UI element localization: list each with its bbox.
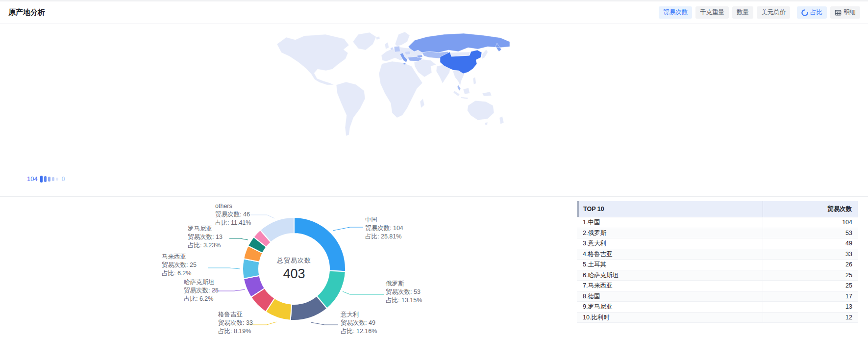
table-cell-value: 25	[763, 270, 858, 281]
map-region-georgia[interactable]	[417, 55, 422, 58]
donut-label-malaysia: 马来西亚贸易次数: 25占比: 6.2%	[162, 253, 197, 278]
table-header-trade-count: 贸易次数	[763, 201, 858, 217]
donut-leader-others	[250, 215, 274, 218]
map-landmass-scandinavia	[395, 32, 410, 46]
map-landmass-madagascar	[420, 99, 424, 108]
map-region-romania[interactable]	[405, 51, 410, 55]
map-landmass-new-zealand	[499, 116, 504, 124]
map-landmass-java	[461, 97, 468, 100]
map-region-belgium[interactable]	[391, 47, 394, 50]
donut-leader-russia	[343, 291, 384, 294]
map-legend-bar-0	[40, 176, 43, 183]
map-landmass-japan	[482, 50, 488, 59]
table-cell-country: 9.罗马尼亚	[577, 302, 763, 312]
toolbar-button-detail[interactable]: 明细	[830, 6, 860, 19]
map-landmass-australia	[468, 101, 495, 120]
map-landmass-new-guinea	[482, 92, 492, 96]
table-cell-country: 6.哈萨克斯坦	[577, 270, 763, 281]
map-legend-min: 0	[62, 176, 65, 183]
table-cell-value: 13	[763, 302, 858, 312]
table-row-7[interactable]: 7.马来西亚25	[577, 281, 858, 291]
table-row-2[interactable]: 2.俄罗斯53	[577, 228, 858, 239]
table-row-6[interactable]: 6.哈萨克斯坦25	[577, 270, 858, 281]
table-cell-country: 4.格鲁吉亚	[577, 249, 763, 260]
page-title: 原产地分析	[8, 8, 45, 17]
donut-label-china: 中国贸易次数: 104占比: 25.81%	[365, 216, 403, 241]
world-map[interactable]	[267, 29, 512, 152]
table-row-8[interactable]: 8.德国17	[577, 291, 858, 302]
donut-label-kazakhstan: 哈萨克斯坦贸易次数: 25占比: 6.2%	[184, 278, 219, 303]
top10-table: TOP 10 贸易次数 1.中国1042.俄罗斯533.意大利494.格鲁吉亚3…	[577, 201, 858, 323]
toolbar-button-trade-count[interactable]: 贸易次数	[659, 6, 692, 19]
map-landmass-uk	[385, 42, 389, 49]
map-landmass-iceland	[376, 36, 380, 40]
table-cell-country: 8.德国	[577, 291, 763, 302]
table-cell-value: 17	[763, 291, 858, 302]
map-landmass-tasmania	[485, 122, 488, 125]
map-legend-bar-3	[52, 177, 54, 181]
table-row-3[interactable]: 3.意大利49	[577, 238, 858, 249]
table-cell-value: 104	[763, 217, 858, 228]
map-legend-bar-2	[48, 177, 50, 182]
toolbar-button-usd-total[interactable]: 美元总价	[757, 6, 790, 19]
map-landmass-greenland	[353, 32, 376, 50]
toolbar-button-quantity[interactable]: 数量	[732, 6, 753, 19]
map-landmass-sumatra	[453, 91, 460, 96]
donut-leader-romania	[229, 238, 248, 240]
map-landmass-south-america	[336, 82, 365, 136]
toolbar-button-kg-weight[interactable]: 千克重量	[695, 6, 729, 19]
donut-label-romania: 罗马尼亚贸易次数: 13占比: 3.23%	[188, 225, 223, 250]
donut-center-total: 总贸易次数 403	[277, 256, 311, 282]
donut-chart	[0, 197, 539, 341]
table-cell-country: 7.马来西亚	[577, 281, 763, 291]
toolbar-button-proportion[interactable]: 占比	[797, 6, 827, 19]
table-cell-value: 33	[763, 249, 858, 260]
table-header-row: TOP 10 贸易次数	[577, 201, 858, 217]
table-row-10[interactable]: 10.比利时12	[577, 313, 858, 323]
table-cell-country: 10.比利时	[577, 313, 763, 323]
table-cell-value: 53	[763, 228, 858, 238]
donut-label-others: others贸易次数: 46占比: 11.41%	[215, 202, 251, 227]
map-landmass-borneo	[463, 88, 470, 94]
map-legend-bar-4	[56, 178, 58, 181]
toolbar: 贸易次数千克重量数量美元总价占比明细	[655, 6, 860, 19]
map-landmass-middle-east	[414, 59, 436, 77]
bottom-section: 总贸易次数 403 中国贸易次数: 104占比: 25.81%俄罗斯贸易次数: …	[0, 197, 868, 341]
table-cell-country: 1.中国	[577, 217, 763, 228]
donut-leader-malaysia	[208, 268, 240, 269]
map-landmass-africa	[379, 61, 422, 118]
map-legend[interactable]: 104 0	[27, 175, 65, 183]
table-cell-country: 5.土耳其	[577, 260, 763, 270]
map-legend-max: 104	[27, 175, 38, 183]
map-region-russia[interactable]	[408, 33, 510, 52]
donut-center-label: 总贸易次数	[277, 256, 311, 265]
table-body: 1.中国1042.俄罗斯533.意大利494.格鲁吉亚335.土耳其266.哈萨…	[577, 217, 858, 323]
donut-leader-georgia	[249, 322, 276, 325]
map-landmass-north-america	[277, 34, 349, 85]
table-cell-value: 25	[763, 281, 858, 291]
map-legend-bars	[40, 176, 60, 183]
donut-leader-italy	[311, 322, 338, 325]
map-section: 104 0	[0, 24, 868, 197]
table-grid-icon	[835, 9, 842, 16]
donut-center-value: 403	[277, 266, 311, 282]
origin-analysis-panel: 原产地分析 贸易次数千克重量数量美元总价占比明细	[0, 0, 868, 341]
table-row-4[interactable]: 4.格鲁吉亚33	[577, 249, 858, 260]
table-row-9[interactable]: 9.罗马尼亚13	[577, 302, 858, 313]
table-cell-value: 26	[763, 260, 858, 270]
donut-label-italy: 意大利贸易次数: 49占比: 12.16%	[341, 311, 377, 336]
map-landmass-philippines	[473, 77, 476, 84]
donut-label-georgia: 格鲁吉亚贸易次数: 33占比: 8.19%	[218, 311, 253, 336]
table-header-top10: TOP 10	[577, 201, 763, 217]
map-region-germany[interactable]	[394, 46, 400, 52]
table-cell-value: 49	[763, 238, 858, 249]
donut-leader-china	[333, 227, 363, 231]
table-cell-country: 2.俄罗斯	[577, 228, 763, 238]
map-legend-bar-1	[44, 176, 47, 182]
panel-header: 原产地分析 贸易次数千克重量数量美元总价占比明细	[0, 1, 868, 24]
pie-chart-icon	[801, 9, 808, 16]
table-row-5[interactable]: 5.土耳其26	[577, 260, 858, 270]
table-cell-value: 12	[763, 313, 858, 323]
table-row-1[interactable]: 1.中国104	[577, 217, 858, 228]
donut-label-russia: 俄罗斯贸易次数: 53占比: 13.15%	[386, 280, 422, 305]
